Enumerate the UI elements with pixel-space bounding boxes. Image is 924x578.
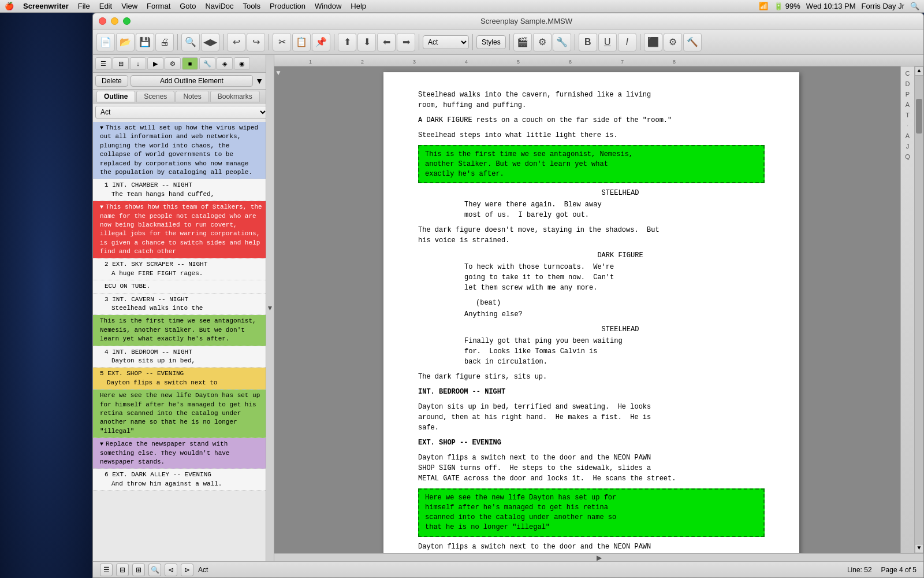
right-btn-p[interactable]: P (904, 90, 911, 99)
outline-scene-1[interactable]: 1 INT. CHAMBER -- NIGHT The Team hangs h… (93, 179, 266, 201)
minimize-button[interactable] (111, 17, 118, 25)
sb-tool2-btn[interactable]: ◈ (217, 57, 233, 70)
menu-navidoc[interactable]: NaviDoc (205, 2, 233, 10)
search-icon[interactable]: 🔍 (910, 2, 919, 10)
add-outline-arrow[interactable]: ▼ (255, 76, 263, 86)
open-button[interactable]: 📂 (116, 33, 135, 51)
right-btn-j[interactable]: J (905, 142, 911, 151)
delete-button[interactable]: Delete (95, 75, 128, 87)
outline-note-3[interactable]: This is the first time we see antagonist… (93, 315, 266, 346)
scroll-thumb[interactable] (916, 99, 922, 134)
undo-button[interactable]: ↩ (227, 33, 245, 51)
sb-tool1-btn[interactable]: 🔧 (199, 57, 215, 70)
right-btn-a[interactable]: A (904, 100, 911, 109)
extra-btn[interactable]: 🔧 (553, 33, 571, 51)
save-button[interactable]: 💾 (136, 33, 154, 51)
zoom-in-button[interactable]: 🔍 (181, 33, 200, 51)
status-view-btn3[interactable]: ⊞ (132, 564, 145, 576)
screenplay-collapse-bottom[interactable]: ▶ (274, 553, 923, 561)
scroll-up-btn[interactable]: ▲ (915, 66, 923, 76)
right-btn-c[interactable]: C (904, 69, 911, 78)
format-btn4[interactable]: ➡ (397, 33, 415, 51)
sb-grid-btn[interactable]: ⊞ (113, 57, 129, 70)
sb-down-btn[interactable]: ↓ (130, 57, 146, 70)
act-dropdown[interactable]: Act (423, 35, 469, 49)
status-nav-btn1[interactable]: ⊲ (165, 564, 177, 576)
screenplay-scroll[interactable]: Steelhead walks into the cavern, furnish… (282, 66, 900, 553)
expand-arrow-2[interactable]: ▼ (100, 204, 103, 210)
new-button[interactable]: 📄 (96, 33, 115, 51)
format-btn3[interactable]: ⬅ (377, 33, 396, 51)
screenplay-tools-btn[interactable]: 🎬 (513, 33, 532, 51)
apple-menu[interactable]: 🍎 (5, 2, 14, 10)
note-bubble-2: Here we see the new life Dayton has set … (418, 488, 765, 536)
right-btn-d[interactable]: D (904, 79, 911, 88)
format-btn2[interactable]: ⬇ (357, 33, 376, 51)
outline-scene-4[interactable]: 4 INT. BEDROOM -- NIGHT Dayton sits up i… (93, 346, 266, 368)
menu-format[interactable]: Format (147, 2, 170, 10)
expand-arrow-5[interactable]: ▼ (100, 441, 103, 447)
status-search-btn[interactable]: 🔍 (148, 564, 161, 576)
outline-scene-ecu[interactable]: ECU ON TUBE. (93, 280, 266, 293)
right-btn-a2[interactable]: A (904, 131, 911, 140)
styles-button[interactable]: Styles (476, 35, 506, 49)
sb-color-btn[interactable]: ■ (182, 57, 198, 70)
right-btn-t[interactable]: T (904, 110, 911, 120)
outline-note-5[interactable]: ▼Replace the newspaper stand with someth… (93, 438, 266, 469)
sb-up-btn[interactable]: ▶ (147, 57, 163, 70)
vertical-scrollbar[interactable]: ▲ ▼ (914, 66, 923, 553)
menu-tools[interactable]: Tools (243, 2, 260, 10)
menu-edit[interactable]: Edit (99, 2, 112, 10)
right-panel: C D P A T · A J Q (900, 66, 914, 553)
menu-window[interactable]: Window (315, 2, 341, 10)
board-view-btn[interactable]: ⬛ (644, 33, 662, 51)
outline-scene-6[interactable]: 6 EXT. DARK ALLEY -- EVENING And throw h… (93, 469, 266, 491)
format-btn1[interactable]: ⬆ (338, 33, 356, 51)
tab-notes[interactable]: Notes (176, 91, 208, 102)
outline-note-4[interactable]: Here we see the new life Dayton has set … (93, 390, 266, 438)
menu-production[interactable]: Production (270, 2, 305, 10)
close-button[interactable] (99, 17, 106, 25)
tab-scenes[interactable]: Scenes (136, 91, 174, 102)
redo-button[interactable]: ↪ (247, 33, 265, 51)
menu-help[interactable]: Help (351, 2, 366, 10)
outline-note-2[interactable]: ▼This shows how this team of Stalkers, t… (93, 201, 266, 258)
bold-button[interactable]: B (579, 33, 597, 51)
italic-button[interactable]: I (618, 33, 636, 51)
wrench-btn[interactable]: 🔨 (683, 33, 702, 51)
ruler-mark-3: 3 (413, 59, 416, 65)
screenplay-collapse-top[interactable]: ▼ (274, 66, 282, 553)
underline-button[interactable]: U (598, 33, 617, 51)
outline-scene-5[interactable]: 5 EXT. SHOP -- EVENING Dayton flips a sw… (93, 368, 266, 390)
sb-list-btn[interactable]: ☰ (95, 57, 111, 70)
right-btn-q[interactable]: Q (904, 152, 911, 161)
copy-button[interactable]: 📋 (292, 33, 311, 51)
scroll-track[interactable] (915, 76, 923, 544)
expand-arrow-1[interactable]: ▼ (100, 125, 103, 131)
app-name[interactable]: Screenwriter (23, 2, 69, 10)
maximize-button[interactable] (123, 17, 131, 25)
outline-note-1[interactable]: ▼This act will set up how the virus wipe… (93, 122, 266, 179)
nav-button[interactable]: ◀▶ (201, 33, 219, 51)
paste-button[interactable]: 📌 (312, 33, 330, 51)
settings-btn[interactable]: ⚙ (533, 33, 552, 51)
menu-view[interactable]: View (121, 2, 137, 10)
tab-bookmarks[interactable]: Bookmarks (210, 91, 260, 102)
sidebar-act-select[interactable]: Act (95, 106, 266, 118)
print-button[interactable]: 🖨 (155, 33, 174, 51)
status-nav-btn2[interactable]: ⊳ (181, 564, 193, 576)
sb-settings-btn[interactable]: ⚙ (165, 57, 181, 70)
tab-outline[interactable]: Outline (96, 91, 135, 102)
scroll-down-btn[interactable]: ▼ (915, 544, 923, 553)
menu-goto[interactable]: Goto (180, 2, 196, 10)
status-view-btn2[interactable]: ⊟ (116, 564, 129, 576)
sidebar-collapse-btn[interactable]: ▼ (266, 55, 274, 561)
sb-tool3-btn[interactable]: ◉ (234, 57, 250, 70)
outline-scene-2[interactable]: 2 EXT. SKY SCRAPER -- NIGHT A huge FIRE … (93, 258, 266, 280)
add-outline-button[interactable]: Add Outline Element (131, 75, 253, 87)
gear-btn[interactable]: ⚙ (664, 33, 682, 51)
menu-file[interactable]: File (78, 2, 90, 10)
status-view-btn1[interactable]: ☰ (100, 564, 113, 576)
cut-button[interactable]: ✂ (273, 33, 291, 51)
outline-scene-3[interactable]: 3 INT. CAVERN -- NIGHT Steelhead walks i… (93, 294, 266, 316)
